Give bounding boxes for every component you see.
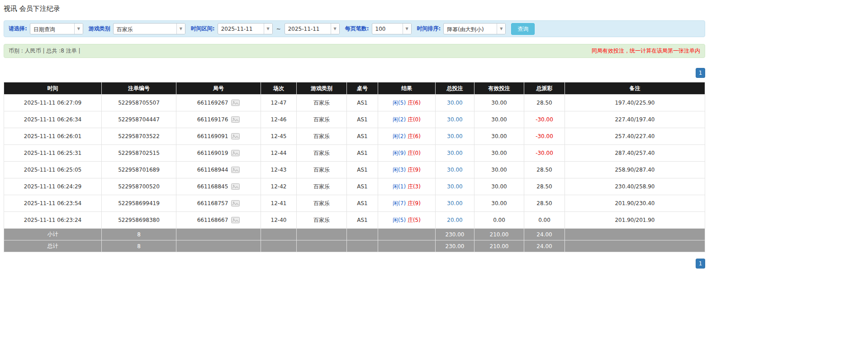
- summary-valid-bet: 210.00: [474, 240, 524, 252]
- player-result: 闲(1): [393, 183, 406, 190]
- column-header: 场次: [261, 82, 297, 95]
- total-bet-link[interactable]: 30.00: [447, 100, 462, 106]
- card-result-image-icon[interactable]: [231, 200, 240, 206]
- total-bet-link[interactable]: 20.00: [447, 217, 462, 223]
- column-header: 总派彩: [524, 82, 565, 95]
- summary-text: 币别 : 人民币 | 总共 :8 注单 |: [9, 47, 81, 55]
- summary-count: 8: [102, 229, 176, 240]
- round-number: 661168944: [197, 167, 228, 173]
- payout-value: 28.50: [536, 100, 552, 106]
- time-cell: 2025-11-11 06:24:29: [4, 178, 102, 195]
- note-cell: 258.90/287.40: [565, 162, 705, 178]
- total-bet-link[interactable]: 30.00: [447, 116, 462, 123]
- total-bet-link[interactable]: 30.00: [447, 150, 462, 156]
- banker-result: 庄(6): [408, 100, 421, 106]
- card-result-image-icon[interactable]: [231, 150, 240, 156]
- player-result: 闲(7): [393, 200, 406, 206]
- game-type-cell: 百家乐: [297, 162, 347, 178]
- date-range-label: 时间区间:: [191, 25, 215, 33]
- date-to-select[interactable]: 2025-11-11 ▼: [285, 23, 340, 34]
- column-header: 游戏类别: [297, 82, 347, 95]
- card-result-image-icon[interactable]: [231, 167, 240, 173]
- summary-row: 小计8230.00210.0024.00: [4, 229, 705, 240]
- round-number: 661168845: [197, 183, 228, 190]
- result-cell: 闲(5) 庄(6): [378, 95, 436, 111]
- chevron-down-icon[interactable]: ▼: [264, 24, 272, 34]
- game-type-label: 游戏类别: [89, 25, 110, 33]
- page-1-button[interactable]: 1: [696, 259, 705, 269]
- chevron-down-icon[interactable]: ▼: [176, 24, 185, 34]
- total-bet-link[interactable]: 30.00: [447, 133, 462, 139]
- table-number-cell: AS1: [347, 195, 378, 212]
- chevron-down-icon[interactable]: ▼: [403, 24, 411, 34]
- player-result: 闲(5): [393, 217, 406, 223]
- total-bet-link[interactable]: 30.00: [447, 167, 462, 173]
- chevron-down-icon[interactable]: ▼: [497, 24, 505, 34]
- note-cell: 230.40/258.90: [565, 178, 705, 195]
- payout-cell: -30.00: [524, 111, 565, 128]
- valid-bet-cell: 30.00: [474, 195, 524, 212]
- result-cell: 闲(2) 庄(0): [378, 111, 436, 128]
- page-1-button[interactable]: 1: [696, 68, 705, 78]
- round-number: 661169019: [197, 150, 228, 156]
- note-cell: 201.90/230.40: [565, 195, 705, 212]
- session-cell: 12-46: [261, 111, 297, 128]
- total-bet-cell: 30.00: [436, 195, 474, 212]
- card-result-image-icon[interactable]: [231, 116, 240, 123]
- card-result-image-icon[interactable]: [231, 217, 240, 223]
- pagination-bottom: 1: [4, 259, 705, 269]
- result-cell: 闲(5) 庄(5): [378, 212, 436, 229]
- date-separator: ~: [275, 26, 282, 32]
- table-header-row: 时间注单编号局号场次游戏类别桌号结果总投注有效投注总派彩备注: [4, 82, 705, 95]
- table-row: 2025-11-11 06:23:24522958698380661168667…: [4, 212, 705, 229]
- date-from-value: 2025-11-11: [218, 24, 264, 34]
- result-cell: 闲(2) 庄(6): [378, 128, 436, 145]
- table-row: 2025-11-11 06:26:01522958703522661169091…: [4, 128, 705, 145]
- total-bet-cell: 30.00: [436, 162, 474, 178]
- page-size-select[interactable]: 100 ▼: [372, 23, 412, 34]
- valid-bet-cell: 30.00: [474, 178, 524, 195]
- result-cell: 闲(1) 庄(3): [378, 178, 436, 195]
- query-type-value: 日期查询: [30, 24, 74, 34]
- query-type-label: 请选择:: [9, 25, 27, 33]
- table-number-cell: AS1: [347, 95, 378, 111]
- query-type-select[interactable]: 日期查询 ▼: [30, 23, 83, 34]
- payout-value: 28.50: [536, 167, 552, 173]
- payout-value: -30.00: [536, 150, 553, 156]
- session-cell: 12-41: [261, 195, 297, 212]
- table-number-cell: AS1: [347, 212, 378, 229]
- game-type-cell: 百家乐: [297, 111, 347, 128]
- payout-value: -30.00: [536, 116, 553, 123]
- chevron-down-icon[interactable]: ▼: [74, 24, 83, 34]
- payout-cell: 28.50: [524, 95, 565, 111]
- card-result-image-icon[interactable]: [231, 183, 240, 190]
- payout-cell: 28.50: [524, 178, 565, 195]
- card-result-image-icon[interactable]: [231, 133, 240, 139]
- round-cell: 661168667: [176, 212, 261, 229]
- filter-bar: 请选择: 日期查询 ▼ 游戏类别 百家乐 ▼ 时间区间: 2025-11-11 …: [4, 20, 705, 37]
- sort-order-select[interactable]: 降幂(由大到小) ▼: [443, 23, 506, 34]
- total-bet-link[interactable]: 30.00: [447, 200, 462, 206]
- total-bet-cell: 20.00: [436, 212, 474, 229]
- search-button[interactable]: 查询: [511, 23, 535, 35]
- note-cell: 227.40/197.40: [565, 111, 705, 128]
- game-type-select[interactable]: 百家乐 ▼: [113, 23, 185, 34]
- card-result-image-icon[interactable]: [231, 100, 240, 106]
- info-bar: 币别 : 人民币 | 总共 :8 注单 | 同局有效投注，统一计算在该局第一张注…: [4, 44, 705, 58]
- payout-value: 28.50: [536, 200, 552, 206]
- game-type-cell: 百家乐: [297, 145, 347, 162]
- valid-bet-cell: 30.00: [474, 162, 524, 178]
- sort-order-value: 降幂(由大到小): [444, 24, 497, 34]
- banker-result: 庄(3): [408, 183, 421, 190]
- game-type-cell: 百家乐: [297, 128, 347, 145]
- valid-bet-cell: 30.00: [474, 145, 524, 162]
- total-bet-link[interactable]: 30.00: [447, 183, 462, 190]
- summary-total-bet: 230.00: [436, 240, 474, 252]
- round-cell: 661169267: [176, 95, 261, 111]
- bet-id-cell: 522958701689: [102, 162, 176, 178]
- bet-id-cell: 522958699419: [102, 195, 176, 212]
- date-from-select[interactable]: 2025-11-11 ▼: [218, 23, 273, 34]
- time-cell: 2025-11-11 06:27:09: [4, 95, 102, 111]
- table-number-cell: AS1: [347, 178, 378, 195]
- chevron-down-icon[interactable]: ▼: [331, 24, 339, 34]
